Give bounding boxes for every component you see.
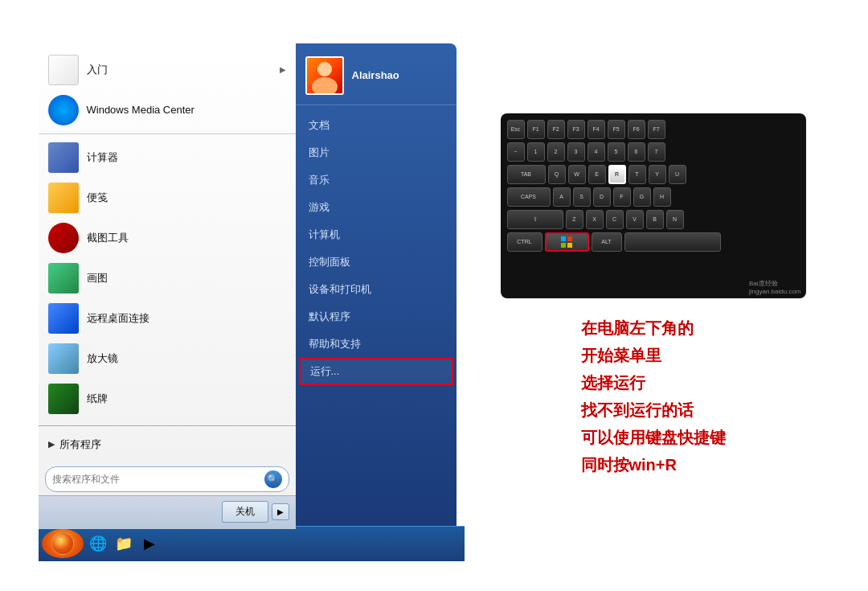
- key-ctrl: CTRL: [507, 232, 542, 252]
- wmc-label: Windows Media Center: [87, 104, 194, 116]
- right-item-documents[interactable]: 文档: [296, 112, 457, 139]
- right-item-games[interactable]: 游戏: [296, 194, 457, 221]
- right-item-help[interactable]: 帮助和支持: [296, 330, 457, 358]
- key-7: 7: [648, 142, 665, 162]
- keyboard-image: Esc F1 F2 F3 F4 F5 F6 F7 ~ 1 2 3 4 5: [501, 113, 806, 298]
- svg-point-1: [317, 62, 332, 76]
- menu-item-snip[interactable]: 截图工具: [39, 218, 296, 258]
- key-row-4: ⇧ Z X C V B N: [507, 210, 800, 229]
- key-f7: F7: [648, 120, 665, 139]
- key-g: G: [633, 187, 651, 207]
- key-win: [545, 232, 589, 252]
- shutdown-options-button[interactable]: ▶: [272, 503, 289, 520]
- instruction-line-4: 找不到运行的话: [581, 396, 726, 424]
- search-bar: 🔍: [45, 466, 289, 492]
- key-u: U: [669, 165, 686, 184]
- key-4: 4: [588, 142, 605, 162]
- windows-orb-icon: [51, 532, 74, 555]
- key-d: D: [593, 187, 611, 207]
- calc-icon: [48, 142, 79, 173]
- menu-item-intro[interactable]: 入门 ▶: [39, 50, 296, 90]
- wmc-icon: [48, 95, 79, 125]
- key-h: H: [653, 187, 671, 207]
- right-item-music[interactable]: 音乐: [296, 166, 457, 194]
- search-button[interactable]: 🔍: [264, 470, 282, 488]
- key-t: T: [628, 165, 646, 184]
- menu-separator-1: [39, 133, 296, 134]
- menu-item-notepad[interactable]: 便笺: [39, 178, 296, 218]
- menu-right-panel: Alairshao 文档 图片 音乐 游戏 计算机 控制面板 设备和打印机 默认…: [296, 43, 457, 526]
- right-item-computer[interactable]: 计算机: [296, 221, 457, 248]
- instruction-line-1: 在电脑左下角的: [581, 314, 726, 342]
- solitaire-icon: [48, 384, 79, 414]
- key-c: C: [606, 210, 624, 229]
- start-button[interactable]: [42, 529, 84, 558]
- key-f3: F3: [567, 120, 585, 139]
- right-item-pictures[interactable]: 图片: [296, 139, 457, 166]
- shutdown-button[interactable]: 关机: [222, 501, 268, 523]
- notepad-label: 便笺: [87, 191, 108, 205]
- menu-left-bottom: ▶ 所有程序: [39, 425, 296, 463]
- paint-label: 画图: [87, 271, 108, 285]
- key-row-3: CAPS A S D F G H: [507, 187, 800, 207]
- menu-item-paint[interactable]: 画图: [39, 258, 296, 298]
- menu-items-top: 入门 ▶ Windows Media Center 计算器: [39, 43, 296, 425]
- key-space: [624, 232, 721, 252]
- calc-label: 计算器: [87, 150, 118, 165]
- magnifier-label: 放大镜: [87, 351, 118, 366]
- baidu-url: jingyan.baidu.com: [749, 288, 800, 295]
- key-x: X: [586, 210, 604, 229]
- right-item-defaults[interactable]: 默认程序: [296, 303, 457, 330]
- all-programs-item[interactable]: ▶ 所有程序: [39, 431, 296, 458]
- key-s: S: [573, 187, 591, 207]
- key-5: 5: [608, 142, 625, 162]
- key-f1: F1: [527, 120, 545, 139]
- all-programs-label: 所有程序: [59, 437, 101, 452]
- key-n: N: [666, 210, 684, 229]
- right-item-controlpanel[interactable]: 控制面板: [296, 248, 457, 276]
- intro-arrow: ▶: [280, 65, 286, 74]
- svg-rect-6: [567, 243, 572, 248]
- start-menu: 入门 ▶ Windows Media Center 计算器: [39, 43, 457, 526]
- key-row-5: CTRL ALT: [507, 232, 800, 252]
- key-shift-left: ⇧: [507, 210, 563, 229]
- key-f4: F4: [588, 120, 605, 139]
- right-item-run[interactable]: 运行...: [299, 358, 453, 385]
- menu-item-solitaire[interactable]: 纸牌: [39, 379, 296, 419]
- taskbar-folder-icon[interactable]: 📁: [113, 532, 135, 555]
- instruction-text: 在电脑左下角的 开始菜单里 选择运行 找不到运行的话 可以使用键盘快捷键 同时按…: [581, 314, 726, 478]
- taskbar-media-icon[interactable]: ▶: [138, 532, 161, 555]
- key-2: 2: [547, 142, 565, 162]
- key-esc: Esc: [507, 120, 525, 139]
- instruction-line-2: 开始菜单里: [581, 342, 726, 369]
- baidu-watermark: Bai度经验 jingyan.baidu.com: [749, 279, 800, 295]
- key-f2: F2: [547, 120, 565, 139]
- svg-rect-3: [561, 236, 566, 241]
- key-e: E: [588, 165, 606, 184]
- key-f5: F5: [608, 120, 625, 139]
- rdp-icon: [48, 303, 79, 334]
- intro-label: 入门: [87, 63, 108, 77]
- menu-item-wmc[interactable]: Windows Media Center: [39, 90, 296, 130]
- svg-rect-5: [561, 243, 566, 248]
- menu-item-calc[interactable]: 计算器: [39, 137, 296, 178]
- key-alt: ALT: [592, 232, 622, 252]
- user-avatar: [305, 56, 344, 95]
- search-input[interactable]: [52, 474, 261, 485]
- key-row-2: TAB Q W E R T Y U: [507, 165, 800, 184]
- key-w: W: [568, 165, 586, 184]
- menu-item-rdp[interactable]: 远程桌面连接: [39, 298, 296, 339]
- taskbar: 🌐 📁 ▶: [39, 526, 465, 561]
- key-a: A: [553, 187, 571, 207]
- taskbar-ie-icon[interactable]: 🌐: [87, 532, 109, 555]
- key-b: B: [646, 210, 664, 229]
- baidu-brand: Bai度经验: [749, 279, 800, 288]
- key-v: V: [626, 210, 644, 229]
- right-item-devices[interactable]: 设备和打印机: [296, 276, 457, 303]
- key-tilde: ~: [507, 142, 525, 162]
- menu-item-magnifier[interactable]: 放大镜: [39, 339, 296, 379]
- key-f6: F6: [628, 120, 645, 139]
- solitaire-label: 纸牌: [87, 392, 108, 406]
- magnifier-icon: [48, 343, 79, 374]
- paint-icon: [48, 263, 79, 293]
